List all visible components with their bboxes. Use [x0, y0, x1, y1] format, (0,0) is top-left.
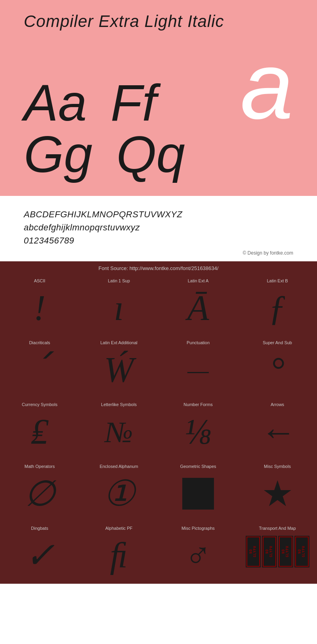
glyph-char-ascii: ! [34, 286, 46, 330]
glyph-char-latinexta: Ā [187, 286, 209, 330]
glyph-char-geoshapes [182, 472, 214, 516]
glyph-label-transport: Transport And Map [259, 526, 296, 531]
glyph-char-dingbats: ✓ [25, 534, 55, 577]
letter-large-a: a [241, 43, 293, 128]
glyph-char-latinextb: ƒ [269, 286, 286, 330]
glyph-label-punct: Punctuation [187, 340, 210, 345]
glyph-label-mathop: Math Operators [25, 464, 55, 469]
glyph-cell-miscpicto: Misc Pictographs ♂ [158, 522, 238, 584]
letter-row-1: Aa Ff a [24, 43, 293, 128]
glyph-label-numforms: Number Forms [183, 402, 212, 407]
glyph-label-enclosedalpha: Enclosed Alphanum [99, 464, 138, 469]
glyph-cell-geoshapes: Geometric Shapes [158, 460, 238, 522]
alphabet-lower: abcdefghijklmnopqrstuvwxyz [24, 221, 293, 234]
glyph-char-alphabeticpf: ﬁ [110, 534, 128, 577]
glyph-cell-punct: Punctuation — [158, 336, 238, 398]
glyph-char-diacrit: ˊ [30, 348, 50, 392]
glyph-label-latinextadd: Latin Ext Additional [100, 340, 137, 345]
glyph-cell-diacrit: Diacriticals ˊ [0, 336, 79, 398]
no-glyph-boxes: NOGLYPH NOGLYPH NOGLYPH NOGLYPH [246, 534, 309, 569]
glyph-label-alphabeticpf: Alphabetic PF [105, 526, 132, 531]
glyph-label-supersub: Super And Sub [263, 340, 292, 345]
glyph-char-enclosedalpha: ① [103, 472, 135, 516]
no-glyph-text-2: NOGLYPH [265, 546, 273, 557]
glyph-char-miscpicto: ♂ [185, 534, 212, 577]
glyphs-section: Font Source: http://www.fontke.com/font/… [0, 261, 317, 584]
font-title: Compiler Extra Light Italic [24, 12, 293, 31]
glyph-char-latin1sup: ı [114, 286, 124, 330]
glyph-label-latinexta: Latin Ext A [188, 278, 209, 283]
glyph-char-numforms: ⅛ [185, 410, 212, 454]
glyph-cell-currency: Currency Symbols ₤ [0, 398, 79, 460]
alphabet-upper: ABCDEFGHIJKLMNOPQRSTUVWXYZ [24, 208, 293, 221]
glyph-cell-latinextadd: Latin Ext Additional Ẃ [79, 336, 158, 398]
glyph-char-mathop: ∅ [24, 472, 55, 516]
glyph-cell-letterlike: Letterlike Symbols № [79, 398, 158, 460]
glyph-char-letterlike: № [105, 410, 133, 454]
glyph-label-miscSymbols: Misc Symbols [264, 464, 291, 469]
glyph-char-latinextadd: Ẃ [104, 348, 134, 392]
glyph-char-arrows: ← [260, 410, 295, 454]
no-glyph-text-3: NOGLYPH [282, 546, 289, 557]
glyph-char-currency: ₤ [31, 410, 49, 454]
glyph-label-miscpicto: Misc Pictographs [181, 526, 215, 531]
glyph-label-dingbats: Dingbats [31, 526, 48, 531]
glyph-cell-dingbats: Dingbats ✓ [0, 522, 79, 584]
glyph-label-latinextb: Latin Ext B [267, 278, 288, 283]
glyph-cell-latinextb: Latin Ext B ƒ [238, 274, 317, 336]
letter-pair-qq: Qq [116, 128, 185, 180]
glyph-cell-numforms: Number Forms ⅛ [158, 398, 238, 460]
glyph-char-supersub: ° [270, 348, 285, 392]
glyph-label-geoshapes: Geometric Shapes [180, 464, 216, 469]
no-glyph-text-1: NOGLYPH [249, 546, 257, 557]
no-glyph-box-2: NOGLYPH [262, 536, 277, 567]
no-glyph-box-4: NOGLYPH [294, 536, 309, 567]
no-glyph-box-3: NOGLYPH [278, 536, 293, 567]
no-glyph-text-4: NOGLYPH [298, 546, 306, 557]
letter-pair-gg: Gg [24, 128, 92, 180]
glyph-label-currency: Currency Symbols [22, 402, 57, 407]
glyph-cell-mathop: Math Operators ∅ [0, 460, 79, 522]
digits: 0123456789 [24, 234, 293, 247]
no-glyph-box-1: NOGLYPH [246, 536, 261, 567]
glyph-label-ascii: ASCII [34, 278, 46, 283]
glyph-cell-supersub: Super And Sub ° [238, 336, 317, 398]
copyright: © Design by fontke.com [24, 250, 293, 256]
glyph-label-latin1sup: Latin 1 Sup [108, 278, 130, 283]
glyph-char-miscSymbols: ★ [262, 472, 294, 516]
glyph-label-arrows: Arrows [271, 402, 284, 407]
glyph-cell-latin1sup: Latin 1 Sup ı [79, 274, 158, 336]
alphabet-section: ABCDEFGHIJKLMNOPQRSTUVWXYZ abcdefghijklm… [0, 196, 317, 261]
glyph-label-diacrit: Diacriticals [29, 340, 50, 345]
header-section: Compiler Extra Light Italic Aa Ff a Gg Q… [0, 0, 317, 196]
glyph-cell-enclosedalpha: Enclosed Alphanum ① [79, 460, 158, 522]
glyph-cell-arrows: Arrows ← [238, 398, 317, 460]
letter-showcase: Aa Ff a Gg Qq [24, 43, 293, 180]
glyph-label-letterlike: Letterlike Symbols [101, 402, 137, 407]
glyph-cell-transport: Transport And Map NOGLYPH NOGLYPH NOGLYP… [238, 522, 317, 584]
glyph-cell-ascii: ASCII ! [0, 274, 79, 336]
letter-pair-ff: Ff [111, 77, 157, 128]
glyph-cell-latinexta: Latin Ext A Ā [158, 274, 238, 336]
glyph-cell-alphabeticpf: Alphabetic PF ﬁ [79, 522, 158, 584]
font-source: Font Source: http://www.fontke.com/font/… [0, 261, 317, 274]
glyph-char-punct: — [187, 348, 208, 392]
letter-pair-aa: Aa [24, 77, 87, 128]
glyph-cell-miscSymbols: Misc Symbols ★ [238, 460, 317, 522]
glyph-grid: ASCII ! Latin 1 Sup ı Latin Ext A Ā Lati… [0, 274, 317, 584]
letter-row-2: Gg Qq [24, 128, 293, 180]
